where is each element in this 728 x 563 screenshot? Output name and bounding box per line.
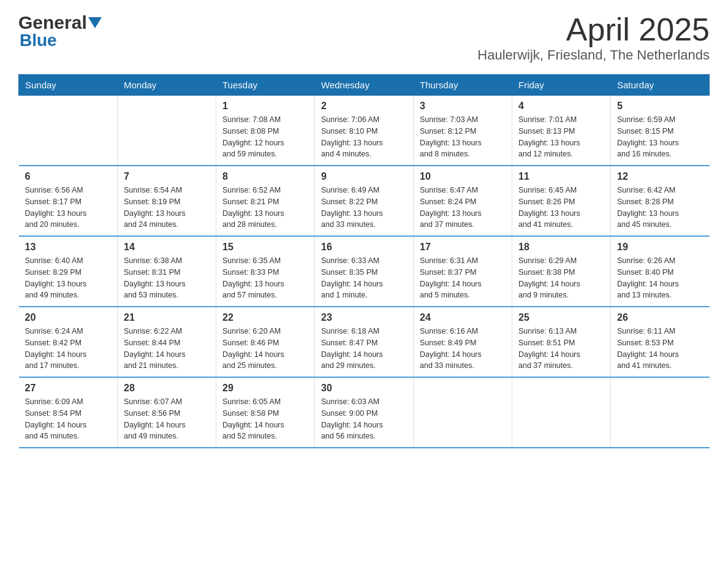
day-info: Sunrise: 6:33 AM Sunset: 8:35 PM Dayligh…: [321, 255, 407, 301]
calendar-cell: 10Sunrise: 6:47 AM Sunset: 8:24 PM Dayli…: [414, 166, 512, 236]
day-info: Sunrise: 7:01 AM Sunset: 8:13 PM Dayligh…: [518, 114, 604, 160]
day-info: Sunrise: 6:54 AM Sunset: 8:19 PM Dayligh…: [124, 185, 210, 231]
day-info: Sunrise: 6:38 AM Sunset: 8:31 PM Dayligh…: [124, 255, 210, 301]
day-number: 16: [321, 242, 407, 253]
day-number: 2: [321, 101, 407, 112]
day-number: 17: [420, 242, 506, 253]
day-number: 30: [321, 383, 407, 394]
week-row-1: 1Sunrise: 7:08 AM Sunset: 8:08 PM Daylig…: [19, 96, 710, 166]
day-info: Sunrise: 6:07 AM Sunset: 8:56 PM Dayligh…: [124, 396, 210, 442]
calendar-cell: 30Sunrise: 6:03 AM Sunset: 9:00 PM Dayli…: [315, 377, 414, 448]
day-number: 9: [321, 171, 407, 182]
weekday-header-friday: Friday: [512, 75, 611, 96]
day-info: Sunrise: 6:11 AM Sunset: 8:53 PM Dayligh…: [617, 326, 703, 372]
day-info: Sunrise: 6:09 AM Sunset: 8:54 PM Dayligh…: [25, 396, 112, 442]
day-number: 26: [617, 312, 703, 323]
day-number: 14: [124, 242, 210, 253]
calendar-cell: [414, 377, 512, 448]
page-title: April 2025: [477, 12, 710, 47]
day-info: Sunrise: 6:56 AM Sunset: 8:17 PM Dayligh…: [25, 185, 112, 231]
logo-arrow-icon: [88, 17, 102, 28]
calendar-cell: 3Sunrise: 7:03 AM Sunset: 8:12 PM Daylig…: [414, 96, 512, 166]
day-number: 4: [518, 101, 604, 112]
calendar-cell: [19, 96, 118, 166]
day-info: Sunrise: 6:42 AM Sunset: 8:28 PM Dayligh…: [617, 185, 703, 231]
day-number: 7: [124, 171, 210, 182]
day-number: 25: [518, 312, 604, 323]
weekday-header-thursday: Thursday: [414, 75, 512, 96]
calendar-cell: 23Sunrise: 6:18 AM Sunset: 8:47 PM Dayli…: [315, 307, 414, 377]
page-header: General Blue April 2025 Haulerwijk, Frie…: [18, 12, 710, 63]
weekday-header-monday: Monday: [118, 75, 216, 96]
day-info: Sunrise: 6:20 AM Sunset: 8:46 PM Dayligh…: [222, 326, 308, 372]
calendar-cell: 1Sunrise: 7:08 AM Sunset: 8:08 PM Daylig…: [216, 96, 315, 166]
weekday-header-sunday: Sunday: [19, 75, 118, 96]
calendar-cell: 5Sunrise: 6:59 AM Sunset: 8:15 PM Daylig…: [611, 96, 710, 166]
day-number: 28: [124, 383, 210, 394]
day-info: Sunrise: 6:59 AM Sunset: 8:15 PM Dayligh…: [617, 114, 703, 160]
calendar-cell: 12Sunrise: 6:42 AM Sunset: 8:28 PM Dayli…: [611, 166, 710, 236]
calendar-cell: 21Sunrise: 6:22 AM Sunset: 8:44 PM Dayli…: [118, 307, 216, 377]
day-number: 15: [222, 242, 308, 253]
calendar-cell: 18Sunrise: 6:29 AM Sunset: 8:38 PM Dayli…: [512, 236, 611, 307]
weekday-header-tuesday: Tuesday: [216, 75, 315, 96]
logo-blue: Blue: [20, 31, 57, 50]
calendar-cell: 11Sunrise: 6:45 AM Sunset: 8:26 PM Dayli…: [512, 166, 611, 236]
day-info: Sunrise: 6:16 AM Sunset: 8:49 PM Dayligh…: [420, 326, 506, 372]
weekday-header-saturday: Saturday: [611, 75, 710, 96]
day-info: Sunrise: 6:13 AM Sunset: 8:51 PM Dayligh…: [518, 326, 604, 372]
weekday-header-row: SundayMondayTuesdayWednesdayThursdayFrid…: [19, 75, 710, 96]
day-number: 24: [420, 312, 506, 323]
day-number: 23: [321, 312, 407, 323]
day-number: 22: [222, 312, 308, 323]
logo-general: General: [18, 12, 87, 33]
title-section: April 2025 Haulerwijk, Friesland, The Ne…: [477, 12, 710, 63]
day-info: Sunrise: 6:24 AM Sunset: 8:42 PM Dayligh…: [25, 326, 112, 372]
weekday-header-wednesday: Wednesday: [315, 75, 414, 96]
calendar-cell: 24Sunrise: 6:16 AM Sunset: 8:49 PM Dayli…: [414, 307, 512, 377]
calendar-cell: 19Sunrise: 6:26 AM Sunset: 8:40 PM Dayli…: [611, 236, 710, 307]
calendar-cell: 20Sunrise: 6:24 AM Sunset: 8:42 PM Dayli…: [19, 307, 118, 377]
calendar-cell: 13Sunrise: 6:40 AM Sunset: 8:29 PM Dayli…: [19, 236, 118, 307]
day-number: 12: [617, 171, 703, 182]
day-number: 13: [25, 242, 112, 253]
day-info: Sunrise: 6:35 AM Sunset: 8:33 PM Dayligh…: [222, 255, 308, 301]
week-row-3: 13Sunrise: 6:40 AM Sunset: 8:29 PM Dayli…: [19, 236, 710, 307]
day-number: 1: [222, 101, 308, 112]
day-number: 6: [25, 171, 112, 182]
calendar-cell: [118, 96, 216, 166]
day-info: Sunrise: 6:31 AM Sunset: 8:37 PM Dayligh…: [420, 255, 506, 301]
logo: General Blue: [18, 12, 102, 50]
day-number: 11: [518, 171, 604, 182]
day-info: Sunrise: 6:40 AM Sunset: 8:29 PM Dayligh…: [25, 255, 112, 301]
day-info: Sunrise: 6:22 AM Sunset: 8:44 PM Dayligh…: [124, 326, 210, 372]
day-info: Sunrise: 7:03 AM Sunset: 8:12 PM Dayligh…: [420, 114, 506, 160]
day-info: Sunrise: 6:05 AM Sunset: 8:58 PM Dayligh…: [222, 396, 308, 442]
day-number: 10: [420, 171, 506, 182]
calendar-cell: 6Sunrise: 6:56 AM Sunset: 8:17 PM Daylig…: [19, 166, 118, 236]
page-subtitle: Haulerwijk, Friesland, The Netherlands: [477, 47, 710, 63]
calendar-cell: 14Sunrise: 6:38 AM Sunset: 8:31 PM Dayli…: [118, 236, 216, 307]
calendar-cell: 27Sunrise: 6:09 AM Sunset: 8:54 PM Dayli…: [19, 377, 118, 448]
week-row-5: 27Sunrise: 6:09 AM Sunset: 8:54 PM Dayli…: [19, 377, 710, 448]
day-number: 20: [25, 312, 112, 323]
calendar-cell: 7Sunrise: 6:54 AM Sunset: 8:19 PM Daylig…: [118, 166, 216, 236]
day-info: Sunrise: 6:03 AM Sunset: 9:00 PM Dayligh…: [321, 396, 407, 442]
week-row-4: 20Sunrise: 6:24 AM Sunset: 8:42 PM Dayli…: [19, 307, 710, 377]
calendar-cell: 9Sunrise: 6:49 AM Sunset: 8:22 PM Daylig…: [315, 166, 414, 236]
day-info: Sunrise: 6:47 AM Sunset: 8:24 PM Dayligh…: [420, 185, 506, 231]
day-number: 8: [222, 171, 308, 182]
day-number: 18: [518, 242, 604, 253]
calendar-cell: 17Sunrise: 6:31 AM Sunset: 8:37 PM Dayli…: [414, 236, 512, 307]
day-number: 19: [617, 242, 703, 253]
calendar-cell: 16Sunrise: 6:33 AM Sunset: 8:35 PM Dayli…: [315, 236, 414, 307]
calendar-cell: 26Sunrise: 6:11 AM Sunset: 8:53 PM Dayli…: [611, 307, 710, 377]
day-info: Sunrise: 6:49 AM Sunset: 8:22 PM Dayligh…: [321, 185, 407, 231]
day-info: Sunrise: 6:52 AM Sunset: 8:21 PM Dayligh…: [222, 185, 308, 231]
day-info: Sunrise: 6:29 AM Sunset: 8:38 PM Dayligh…: [518, 255, 604, 301]
calendar-cell: 8Sunrise: 6:52 AM Sunset: 8:21 PM Daylig…: [216, 166, 315, 236]
day-number: 5: [617, 101, 703, 112]
day-info: Sunrise: 6:26 AM Sunset: 8:40 PM Dayligh…: [617, 255, 703, 301]
day-info: Sunrise: 6:45 AM Sunset: 8:26 PM Dayligh…: [518, 185, 604, 231]
day-info: Sunrise: 7:06 AM Sunset: 8:10 PM Dayligh…: [321, 114, 407, 160]
